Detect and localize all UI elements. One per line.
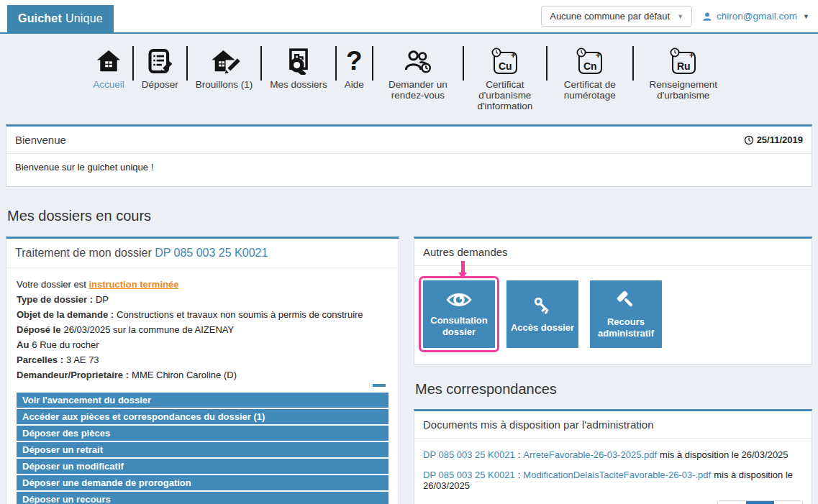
cn-badge-icon: Cn + [576, 43, 604, 75]
nav-separator [463, 46, 464, 81]
dossier-panel: Traitement de mon dossier DP 085 003 25 … [6, 237, 399, 504]
nav-label: Aide [345, 79, 364, 90]
recours-administratif-button[interactable]: Recours administratif [590, 280, 662, 348]
logo-text-regular: Unique [65, 12, 103, 25]
collapse-toggle-icon[interactable] [373, 384, 386, 387]
dossier-actions: Voir l'avancement du dossier Accéder aux… [6, 387, 399, 504]
commune-select[interactable]: Aucune commune par défaut ▼ [541, 6, 692, 27]
action-acceder-pieces[interactable]: Accéder aux pièces et correspondances du… [17, 409, 388, 424]
document-magnifier-icon [284, 43, 313, 75]
autres-demandes-title: Autres demandes [423, 246, 508, 258]
dossier-number-link[interactable]: DP 085 003 25 K0021 [423, 449, 515, 460]
nav-item-deposer[interactable]: Déposer [142, 43, 178, 90]
nav-label: Certificat d'urbanisme d'information [472, 79, 538, 111]
pagination-page-1[interactable]: 1 [746, 501, 774, 504]
nav-item-brouillons[interactable]: Brouillons (1) [196, 43, 253, 90]
action-deposer-prorogation[interactable]: Déposer une demande de prorogation [17, 475, 388, 490]
pagination-next-button[interactable]: → [774, 501, 802, 504]
document-file-link[interactable]: ArreteFavorable-26-03-2025.pdf [523, 449, 657, 460]
user-icon [702, 12, 712, 22]
nav-item-renseignement-urbanisme[interactable]: Ru + Renseignement d'urbanisme [642, 43, 725, 101]
nav-label: Accueil [93, 79, 124, 90]
draft-house-pencil-icon [209, 43, 240, 75]
dossier-number-link[interactable]: DP 085 003 25 K0021 [423, 469, 515, 480]
nav-label: Demander un rendez-vous [381, 79, 455, 101]
cu-badge-icon: Cu + [491, 43, 519, 75]
click-annotation-arrow-icon [461, 261, 465, 273]
dossier-field: Type de dossier :DP [17, 292, 388, 307]
pagination-prev-button[interactable]: ← [718, 501, 746, 504]
nav-item-certificat-urbanisme[interactable]: Cu + Certificat d'urbanisme d'informatio… [472, 43, 538, 111]
nav-label: Brouillons (1) [196, 79, 253, 90]
dossier-details: Votre dossier est instruction terminée T… [6, 268, 399, 382]
nav-label: Déposer [142, 79, 178, 90]
nav-label: Certificat de numérotage [555, 79, 624, 101]
gavel-icon [614, 289, 637, 311]
dossier-field: Parcelles :3 AE 73 [17, 352, 388, 367]
document-file-link[interactable]: ModificationDelaisTaciteFavorable-26-03-… [523, 469, 711, 480]
people-clock-icon [402, 43, 434, 75]
document-row: DP 085 003 25 K0021:ArreteFavorable-26-0… [423, 449, 803, 460]
action-voir-avancement[interactable]: Voir l'avancement du dossier [17, 393, 388, 408]
dossier-field: Objet de la demande :Constructions et tr… [17, 307, 388, 322]
app-logo[interactable]: Guichet Unique [7, 5, 114, 32]
user-menu[interactable]: chiron@gmail.com ▼ [702, 11, 809, 22]
chevron-down-icon: ▼ [803, 13, 809, 20]
nav-separator [632, 46, 634, 81]
dossier-field: Demandeur/Proprietaire :MME Chiron Carol… [17, 367, 388, 382]
action-deposer-pieces[interactable]: Déposer des pièces [17, 426, 388, 441]
question-mark-icon: ? [346, 43, 363, 75]
documents-panel-title: Documents mis à disposition par l'admini… [423, 418, 654, 431]
pagination: ← 1 → [717, 500, 803, 504]
welcome-panel: Bienvenue 25/11/2019 Bienvenue sur le gu… [6, 124, 812, 187]
section-title-correspondances: Mes correspondances [415, 381, 811, 398]
action-deposer-retrait[interactable]: Déposer un retrait [17, 442, 388, 457]
dossier-field: Au6 Rue du rocher [17, 337, 388, 352]
home-icon [94, 43, 123, 75]
document-row: DP 085 003 25 K0021:ModificationDelaisTa… [423, 469, 803, 491]
nav-item-rendez-vous[interactable]: Demander un rendez-vous [381, 43, 455, 101]
key-icon [531, 295, 554, 316]
clock-icon [744, 135, 754, 145]
welcome-message: Bienvenue sur le guichet unique ! [6, 154, 812, 186]
nav-separator [335, 46, 337, 81]
welcome-title: Bienvenue [15, 134, 66, 146]
nav-separator [132, 46, 134, 81]
ru-badge-icon: Ru + [670, 43, 697, 75]
nav-item-aide[interactable]: ? Aide [345, 43, 364, 90]
dossier-status-line: Votre dossier est instruction terminée [17, 277, 388, 292]
welcome-date: 25/11/2019 [744, 134, 803, 145]
consultation-dossier-button[interactable]: Consultation dossier [423, 280, 495, 348]
main-nav: Accueil Déposer [0, 34, 818, 111]
nav-label: Renseignement d'urbanisme [642, 79, 725, 101]
app-header: Guichet Unique Aucune commune par défaut… [0, 0, 818, 34]
dossier-panel-title: Traitement de mon dossier DP 085 003 25 … [6, 239, 399, 268]
dossier-field: Déposé le26/03/2025 sur la commune de AI… [17, 322, 388, 337]
nav-separator [546, 46, 547, 81]
action-deposer-modificatif[interactable]: Déposer un modificatif [17, 459, 388, 474]
eye-icon [446, 290, 472, 309]
user-email: chiron@gmail.com [717, 11, 797, 22]
dossier-number-link[interactable]: DP 085 003 25 K0021 [155, 247, 268, 259]
autres-demandes-panel: Autres demandes Consultation dossier [414, 237, 812, 365]
nav-separator [372, 46, 373, 81]
deposit-icon [146, 43, 173, 75]
section-title-dossiers: Mes dossiers en cours [7, 208, 811, 224]
nav-item-accueil[interactable]: Accueil [93, 43, 124, 90]
chevron-down-icon: ▼ [677, 13, 683, 20]
acces-dossier-button[interactable]: Accès dossier [506, 280, 578, 348]
nav-item-mes-dossiers[interactable]: Mes dossiers [270, 43, 327, 90]
status-link[interactable]: instruction terminée [88, 279, 178, 290]
logo-text-bold: Guichet [18, 12, 62, 25]
nav-separator [260, 46, 262, 81]
action-deposer-recours[interactable]: Déposer un recours [17, 492, 388, 504]
commune-select-value: Aucune commune par défaut [550, 11, 670, 22]
nav-separator [186, 46, 188, 81]
nav-label: Mes dossiers [270, 79, 327, 90]
documents-panel: Documents mis à disposition par l'admini… [414, 409, 812, 504]
nav-item-certificat-numerotage[interactable]: Cn + Certificat de numérotage [555, 43, 624, 101]
